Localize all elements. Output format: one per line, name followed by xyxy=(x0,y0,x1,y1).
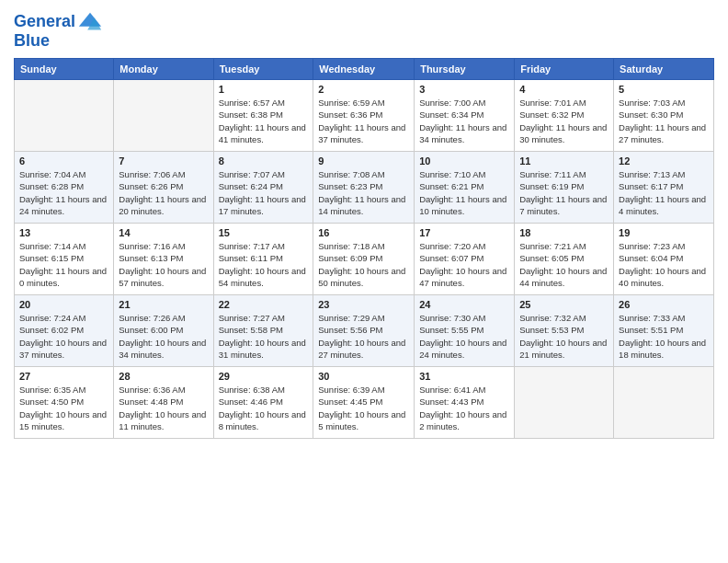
day-info: Sunrise: 7:07 AMSunset: 6:24 PMDaylight:… xyxy=(219,168,309,217)
day-number: 30 xyxy=(318,371,409,382)
page: General Blue SundayMondayTuesdayWednesda… xyxy=(0,0,728,563)
calendar-day-header: Monday xyxy=(114,59,213,80)
calendar-cell: 23Sunrise: 7:29 AMSunset: 5:56 PMDayligh… xyxy=(313,295,415,367)
calendar-cell: 11Sunrise: 7:11 AMSunset: 6:19 PMDayligh… xyxy=(515,152,614,224)
day-number: 22 xyxy=(219,299,309,310)
day-info: Sunrise: 7:10 AMSunset: 6:21 PMDaylight:… xyxy=(419,168,509,217)
day-info: Sunrise: 7:20 AMSunset: 6:07 PMDaylight:… xyxy=(419,240,509,289)
calendar-cell: 31Sunrise: 6:41 AMSunset: 4:43 PMDayligh… xyxy=(415,367,515,439)
calendar-week-row: 1Sunrise: 6:57 AMSunset: 6:38 PMDaylight… xyxy=(15,80,714,152)
calendar-cell: 9Sunrise: 7:08 AMSunset: 6:23 PMDaylight… xyxy=(313,152,415,224)
calendar-cell: 10Sunrise: 7:10 AMSunset: 6:21 PMDayligh… xyxy=(415,152,515,224)
calendar-cell: 13Sunrise: 7:14 AMSunset: 6:15 PMDayligh… xyxy=(15,224,114,295)
day-number: 7 xyxy=(119,155,208,167)
day-number: 25 xyxy=(519,299,609,310)
calendar-cell: 28Sunrise: 6:36 AMSunset: 4:48 PMDayligh… xyxy=(114,367,213,439)
day-number: 26 xyxy=(619,299,709,310)
calendar-cell: 30Sunrise: 6:39 AMSunset: 4:45 PMDayligh… xyxy=(313,367,415,439)
day-info: Sunrise: 7:26 AMSunset: 6:00 PMDaylight:… xyxy=(119,312,208,361)
calendar-cell: 19Sunrise: 7:23 AMSunset: 6:04 PMDayligh… xyxy=(614,224,714,295)
day-info: Sunrise: 7:01 AMSunset: 6:32 PMDaylight:… xyxy=(519,97,609,145)
calendar-cell: 2Sunrise: 6:59 AMSunset: 6:36 PMDaylight… xyxy=(313,80,415,152)
day-info: Sunrise: 6:35 AMSunset: 4:50 PMDaylight:… xyxy=(19,384,108,432)
calendar-cell: 26Sunrise: 7:33 AMSunset: 5:51 PMDayligh… xyxy=(614,295,714,367)
day-number: 11 xyxy=(519,155,609,167)
day-number: 6 xyxy=(19,155,108,167)
header: General Blue xyxy=(14,9,714,51)
calendar-cell: 22Sunrise: 7:27 AMSunset: 5:58 PMDayligh… xyxy=(213,295,313,367)
calendar-week-row: 27Sunrise: 6:35 AMSunset: 4:50 PMDayligh… xyxy=(15,367,714,439)
calendar-week-row: 6Sunrise: 7:04 AMSunset: 6:28 PMDaylight… xyxy=(15,152,714,224)
day-info: Sunrise: 7:18 AMSunset: 6:09 PMDaylight:… xyxy=(318,240,409,289)
day-info: Sunrise: 6:41 AMSunset: 4:43 PMDaylight:… xyxy=(419,384,509,432)
calendar-cell: 27Sunrise: 6:35 AMSunset: 4:50 PMDayligh… xyxy=(15,367,114,439)
day-number: 16 xyxy=(318,227,409,238)
day-number: 5 xyxy=(619,84,709,95)
calendar-cell: 8Sunrise: 7:07 AMSunset: 6:24 PMDaylight… xyxy=(213,152,313,224)
day-info: Sunrise: 7:06 AMSunset: 6:26 PMDaylight:… xyxy=(119,168,208,217)
calendar-header-row: SundayMondayTuesdayWednesdayThursdayFrid… xyxy=(15,59,714,80)
day-number: 19 xyxy=(619,227,709,238)
calendar-day-header: Thursday xyxy=(415,59,515,80)
day-info: Sunrise: 7:17 AMSunset: 6:11 PMDaylight:… xyxy=(219,240,309,289)
day-number: 28 xyxy=(119,371,208,382)
day-number: 14 xyxy=(119,227,208,238)
calendar-cell: 16Sunrise: 7:18 AMSunset: 6:09 PMDayligh… xyxy=(313,224,415,295)
calendar-cell: 4Sunrise: 7:01 AMSunset: 6:32 PMDaylight… xyxy=(515,80,614,152)
day-number: 17 xyxy=(419,227,509,238)
day-info: Sunrise: 7:08 AMSunset: 6:23 PMDaylight:… xyxy=(318,168,409,217)
calendar-cell xyxy=(515,367,614,439)
calendar-cell: 20Sunrise: 7:24 AMSunset: 6:02 PMDayligh… xyxy=(15,295,114,367)
day-number: 12 xyxy=(619,155,709,167)
calendar-cell xyxy=(15,80,114,152)
calendar-cell: 1Sunrise: 6:57 AMSunset: 6:38 PMDaylight… xyxy=(213,80,313,152)
day-info: Sunrise: 7:30 AMSunset: 5:55 PMDaylight:… xyxy=(419,312,509,361)
day-number: 1 xyxy=(219,84,309,95)
calendar-cell: 24Sunrise: 7:30 AMSunset: 5:55 PMDayligh… xyxy=(415,295,515,367)
calendar-cell: 15Sunrise: 7:17 AMSunset: 6:11 PMDayligh… xyxy=(213,224,313,295)
calendar-week-row: 20Sunrise: 7:24 AMSunset: 6:02 PMDayligh… xyxy=(15,295,714,367)
day-number: 24 xyxy=(419,299,509,310)
calendar-cell: 6Sunrise: 7:04 AMSunset: 6:28 PMDaylight… xyxy=(15,152,114,224)
calendar-day-header: Saturday xyxy=(614,59,714,80)
day-number: 29 xyxy=(219,371,309,382)
day-info: Sunrise: 7:33 AMSunset: 5:51 PMDaylight:… xyxy=(619,312,709,361)
day-info: Sunrise: 6:38 AMSunset: 4:46 PMDaylight:… xyxy=(219,384,309,432)
day-info: Sunrise: 7:04 AMSunset: 6:28 PMDaylight:… xyxy=(19,168,108,217)
day-number: 4 xyxy=(519,84,609,95)
day-number: 20 xyxy=(19,299,108,310)
calendar-table: SundayMondayTuesdayWednesdayThursdayFrid… xyxy=(14,58,714,439)
calendar-week-row: 13Sunrise: 7:14 AMSunset: 6:15 PMDayligh… xyxy=(15,224,714,295)
calendar-cell: 25Sunrise: 7:32 AMSunset: 5:53 PMDayligh… xyxy=(515,295,614,367)
calendar-cell: 29Sunrise: 6:38 AMSunset: 4:46 PMDayligh… xyxy=(213,367,313,439)
day-info: Sunrise: 7:29 AMSunset: 5:56 PMDaylight:… xyxy=(318,312,409,361)
calendar-day-header: Wednesday xyxy=(313,59,415,80)
day-number: 15 xyxy=(219,227,309,238)
day-info: Sunrise: 6:36 AMSunset: 4:48 PMDaylight:… xyxy=(119,384,208,432)
calendar-day-header: Sunday xyxy=(15,59,114,80)
calendar-cell: 14Sunrise: 7:16 AMSunset: 6:13 PMDayligh… xyxy=(114,224,213,295)
day-number: 27 xyxy=(19,371,108,382)
day-info: Sunrise: 7:23 AMSunset: 6:04 PMDaylight:… xyxy=(619,240,709,289)
day-number: 2 xyxy=(318,84,409,95)
day-info: Sunrise: 7:32 AMSunset: 5:53 PMDaylight:… xyxy=(519,312,609,361)
day-info: Sunrise: 6:39 AMSunset: 4:45 PMDaylight:… xyxy=(318,384,409,432)
day-number: 8 xyxy=(219,155,309,167)
calendar-day-header: Friday xyxy=(515,59,614,80)
calendar-cell: 3Sunrise: 7:00 AMSunset: 6:34 PMDaylight… xyxy=(415,80,515,152)
calendar-cell: 21Sunrise: 7:26 AMSunset: 6:00 PMDayligh… xyxy=(114,295,213,367)
calendar-cell: 12Sunrise: 7:13 AMSunset: 6:17 PMDayligh… xyxy=(614,152,714,224)
day-number: 10 xyxy=(419,155,509,167)
day-info: Sunrise: 7:03 AMSunset: 6:30 PMDaylight:… xyxy=(619,97,709,145)
day-info: Sunrise: 7:21 AMSunset: 6:05 PMDaylight:… xyxy=(519,240,609,289)
day-number: 31 xyxy=(419,371,509,382)
day-info: Sunrise: 7:16 AMSunset: 6:13 PMDaylight:… xyxy=(119,240,208,289)
day-info: Sunrise: 7:14 AMSunset: 6:15 PMDaylight:… xyxy=(19,240,108,289)
day-info: Sunrise: 7:27 AMSunset: 5:58 PMDaylight:… xyxy=(219,312,309,361)
day-number: 21 xyxy=(119,299,208,310)
day-info: Sunrise: 7:13 AMSunset: 6:17 PMDaylight:… xyxy=(619,168,709,217)
day-info: Sunrise: 6:59 AMSunset: 6:36 PMDaylight:… xyxy=(318,97,409,145)
day-number: 3 xyxy=(419,84,509,95)
day-number: 23 xyxy=(318,299,409,310)
day-info: Sunrise: 7:24 AMSunset: 6:02 PMDaylight:… xyxy=(19,312,108,361)
